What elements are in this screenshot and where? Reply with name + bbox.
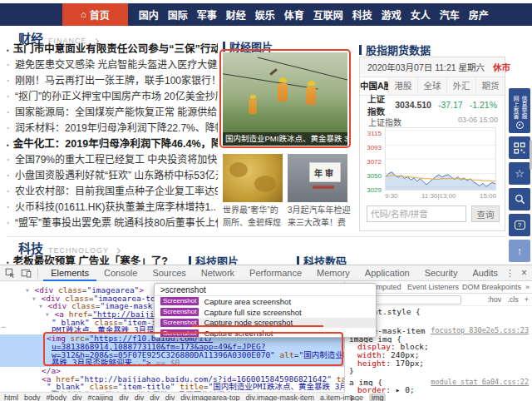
- breadcrumb-div.image-mask-item[interactable]: div.image-mask-item: [246, 394, 314, 401]
- command-item[interactable]: ScreenshotCapture full size screenshot: [155, 307, 376, 318]
- news-item[interactable]: 全国79%的重大工程已经复工 中央投资将加快下达: [7, 152, 218, 168]
- worker-figure: [278, 77, 288, 101]
- devtools-tab-audits[interactable]: Audits: [465, 265, 505, 281]
- tech-news-item[interactable]: 老板最砍预算 广告业「寒冬」了?: [7, 252, 185, 265]
- command-item[interactable]: ScreenshotCapture area screenshot: [155, 296, 376, 307]
- nav-item-科技[interactable]: 科技: [352, 7, 372, 22]
- breadcrumb-div[interactable]: div: [72, 394, 82, 401]
- devtools-tab-application[interactable]: Application: [357, 265, 417, 281]
- news-item[interactable]: 金牛化工：2019年归母净利润下降46.4%，降幅..: [7, 136, 218, 152]
- breadcrumb-#body[interactable]: #body: [47, 394, 67, 401]
- market-section-header: 股指期货数据: [359, 42, 431, 57]
- command-menu-input[interactable]: >screenshot: [155, 284, 376, 296]
- devtools-menu-icon[interactable]: ⋮: [505, 268, 515, 279]
- news-item[interactable]: “抠门”的孙正义押宝中国房产市场 20亿美金抄底贝..: [7, 89, 218, 105]
- devtools-tab-memory[interactable]: Memory: [309, 265, 357, 281]
- news-item[interactable]: 刚刚！马云再打出一张王牌，联手100家银行！: [7, 73, 218, 89]
- breadcrumb-div[interactable]: div: [165, 394, 175, 401]
- css-close-brace: }: [349, 367, 529, 375]
- nav-item-游戏[interactable]: 游戏: [382, 7, 401, 22]
- devtools-tab-sources[interactable]: Sources: [145, 265, 193, 281]
- breadcrumb-div[interactable]: div: [135, 394, 145, 401]
- finance-photo-thumb-2[interactable]: 年审: [288, 154, 347, 202]
- dom-tree-line[interactable]: "_blank" class="item-title" title="国内制造业…: [0, 383, 344, 391]
- tech-digital-header: 科技数码: [297, 253, 347, 265]
- market-tab-外汇[interactable]: 外汇: [446, 77, 475, 95]
- breadcrumb-body[interactable]: body: [24, 394, 41, 401]
- nav-item-娱乐[interactable]: 娱乐: [255, 7, 275, 22]
- nav-item-体育[interactable]: 体育: [284, 7, 304, 22]
- command-item[interactable]: ScreenshotCapture node screenshot: [155, 318, 376, 329]
- breadcrumb-div.imagearea-top[interactable]: div.imagearea-top: [180, 394, 239, 401]
- nav-item-女人[interactable]: 女人: [411, 7, 431, 22]
- news-item[interactable]: 农业农村部：目前我国重点种子企业复工率达92%: [7, 184, 218, 200]
- thumb1-caption[interactable]: 世界最“奢华”的厕所、金碧辉煌像古: [223, 205, 286, 229]
- nav-item-汽车[interactable]: 汽车: [440, 7, 460, 22]
- styles-tab-event-listeners[interactable]: Event Listeners: [407, 281, 459, 294]
- market-tab-港股[interactable]: 港股: [388, 77, 417, 95]
- feedback-button[interactable]: ?: [509, 214, 530, 236]
- favorite-button[interactable]: ☆: [509, 162, 530, 185]
- news-item[interactable]: 避免医患交叉感染 光启智能头盔进入医疗大健康产业: [7, 57, 218, 73]
- nav-item-房产[interactable]: 房产: [469, 7, 489, 22]
- market-tab-期货[interactable]: 期货: [475, 77, 505, 95]
- index-row[interactable]: 上证指数 3034.510 -37.17 -1.21%: [360, 96, 505, 114]
- css-property[interactable]: border: ▸ 0;: [349, 386, 529, 394]
- styles-toolbar: :hov.cls+: [487, 294, 529, 306]
- report-entrance-button[interactable]: 网上有害信息举报: [509, 88, 530, 133]
- devtools-tab-performance[interactable]: Performance: [242, 265, 309, 281]
- news-item[interactable]: “盟军”董事投出罢免票 皖通科技80后董事长上任不..: [7, 215, 218, 231]
- device-toolbar-icon[interactable]: [21, 267, 33, 280]
- nav-item-军事[interactable]: 军事: [197, 7, 217, 22]
- nav-item-互联网[interactable]: 互联网: [313, 7, 343, 22]
- market-title: 股指期货数据: [366, 42, 431, 57]
- x-tick-11:30|13:00: 11:30|13:00: [421, 192, 456, 200]
- devtools-tab-security[interactable]: Security: [417, 265, 466, 281]
- market-tab-全球[interactable]: 全球: [417, 77, 446, 95]
- dom-tree-line[interactable]: u=3813868914,1088773110&fm=173&app=49&f=…: [0, 343, 344, 351]
- devtools-tab-network[interactable]: Network: [194, 265, 242, 281]
- devtools-tab-elements[interactable]: Elements: [43, 265, 96, 281]
- header-bar: [297, 256, 299, 265]
- stock-search-button[interactable]: 查询: [471, 205, 500, 222]
- tech-photos-title: 科技图片: [195, 253, 239, 265]
- dom-tree-line[interactable]: 暴跌 3月是否能够迎来.."> == $0: [0, 359, 344, 367]
- styles-control-+[interactable]: +: [525, 294, 529, 306]
- nav-item-国内[interactable]: 国内: [139, 7, 159, 22]
- search-button[interactable]: [509, 188, 530, 210]
- styles-tab-»[interactable]: »: [525, 281, 530, 294]
- styles-control-:hov[interactable]: :hov: [487, 294, 501, 306]
- gutter-ellipsis[interactable]: …: [2, 322, 6, 329]
- finance-photo-thumb-1[interactable]: [223, 154, 283, 202]
- inspect-element-icon[interactable]: [4, 267, 17, 280]
- devtools-close-icon[interactable]: ×: [521, 267, 527, 279]
- breadcrumb-div[interactable]: div: [150, 394, 160, 401]
- news-item[interactable]: 润禾材料：2019年归母净利润下降22.7%、降幅..: [7, 121, 218, 136]
- nav-item-国际[interactable]: 国际: [168, 7, 188, 22]
- breadcrumb-div[interactable]: div: [119, 394, 129, 401]
- index-chart[interactable]: [385, 127, 496, 191]
- news-item[interactable]: 小盘国资股遇利好就“狂欢” 山东路桥中标53亿元项..: [7, 168, 218, 184]
- css-file-link[interactable]: module_stat_6a04.css:22: [428, 379, 529, 387]
- qr-code-button[interactable]: [509, 136, 530, 159]
- css-property[interactable]: height: 170px;: [349, 359, 529, 368]
- stock-search-input[interactable]: [367, 205, 466, 222]
- css-file-link[interactable]: focustop_830e2e5.css:23: [428, 327, 529, 335]
- devtools-tab-console[interactable]: Console: [96, 265, 145, 281]
- news-item[interactable]: 玉门市中意面业有限责任公司参与“三保”行动承诺书: [7, 42, 218, 57]
- dom-tree-line[interactable]: <a href="http://baijiahao.baidu.com/s?id…: [0, 375, 344, 384]
- thumb2-caption[interactable]: 3月起汽车年检迎来三大改革！费用: [288, 205, 351, 229]
- finance-photo-main[interactable]: 国内制造业PMI跌冰点、黄金暴跌 3月是否: [223, 52, 347, 146]
- styles-tab-dom-breakpoints[interactable]: DOM Breakpoints: [462, 281, 521, 294]
- dom-tree-line[interactable]: </a>: [0, 367, 344, 375]
- nav-item-home[interactable]: ⌂ 首页: [62, 3, 128, 26]
- back-to-top-button[interactable]: ↑: [509, 240, 530, 262]
- news-item[interactable]: 火币科技(01611.HK)获执董兼主席李林增持1..: [7, 200, 218, 215]
- nav-item-财经[interactable]: 财经: [226, 7, 246, 22]
- news-item[interactable]: 国家能源局：全国煤炭产能恢复正常 能源供给充足: [7, 105, 218, 121]
- dom-tree-line[interactable]: w=312&h=208&s=05F07E925C326880DA11396A03…: [0, 351, 344, 359]
- breadcrumb-html[interactable]: html: [4, 394, 18, 401]
- styles-control-.cls[interactable]: .cls: [507, 294, 519, 306]
- command-item[interactable]: ScreenshotCapture screenshot: [155, 328, 376, 338]
- breadcrumb-#caijing[interactable]: #caijing: [88, 394, 114, 401]
